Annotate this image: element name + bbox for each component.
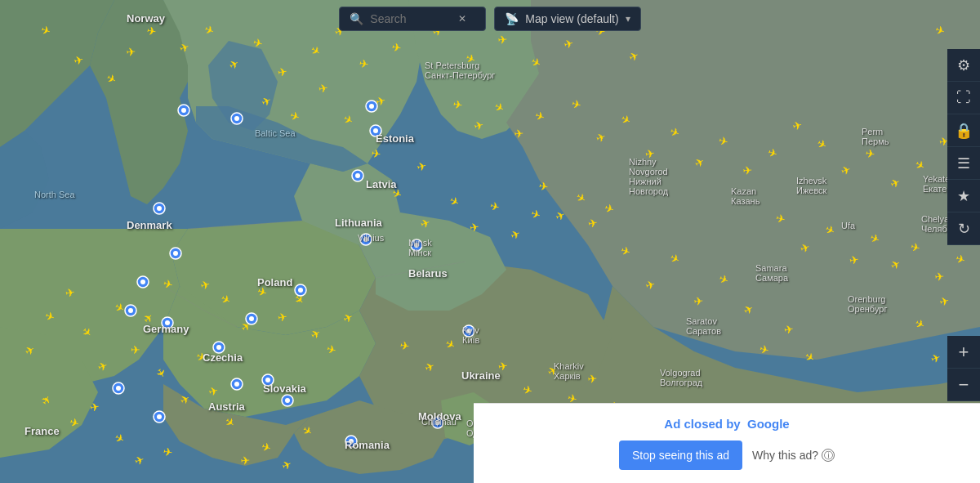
lock-button[interactable]: 🔒 <box>947 114 980 147</box>
stop-seeing-button[interactable]: Stop seeing this ad <box>619 441 742 470</box>
filter-button[interactable]: ☰ <box>947 147 980 180</box>
ad-panel: Ad closed by Google Stop seeing this ad … <box>474 403 980 483</box>
search-input[interactable] <box>370 12 452 25</box>
search-icon: 🔍 <box>350 12 363 25</box>
chevron-down-icon: ▾ <box>626 13 630 25</box>
map-view-label: Map view (default) <box>525 12 618 25</box>
refresh-button[interactable]: ↻ <box>947 212 980 245</box>
map-container[interactable]: ✈ ✈ ✈ ✈ ✈ ✈ ✈ ✈ ✈ ✈ ✈ ✈ ✈ ✈ ✈ ✈ ✈ ✈ ✈ ✈ … <box>0 0 980 483</box>
google-brand: Google <box>747 417 790 431</box>
zoom-controls: + − <box>947 336 980 401</box>
star-button[interactable]: ★ <box>947 180 980 212</box>
why-this-ad-link[interactable]: Why this ad? ⓘ <box>752 449 835 462</box>
map-view-button[interactable]: 📡 Map view (default) ▾ <box>494 7 640 31</box>
radio-waves-icon: 📡 <box>505 12 519 25</box>
zoom-out-button[interactable]: − <box>947 369 980 401</box>
search-close-icon[interactable]: ✕ <box>458 13 466 25</box>
ad-actions: Stop seeing this ad Why this ad? ⓘ <box>619 441 835 470</box>
right-controls: ⚙ ⛶ 🔒 ☰ ★ ↻ <box>947 49 980 245</box>
search-box[interactable]: 🔍 ✕ <box>339 7 486 31</box>
ad-closed-text: Ad closed by Google <box>664 417 789 431</box>
why-this-ad-label: Why this ad? <box>752 449 818 462</box>
zoom-in-button[interactable]: + <box>947 336 980 369</box>
info-icon: ⓘ <box>822 449 835 462</box>
fullscreen-button[interactable]: ⛶ <box>947 82 980 114</box>
ad-closed-prefix: Ad closed by <box>664 417 740 431</box>
settings-button[interactable]: ⚙ <box>947 49 980 82</box>
